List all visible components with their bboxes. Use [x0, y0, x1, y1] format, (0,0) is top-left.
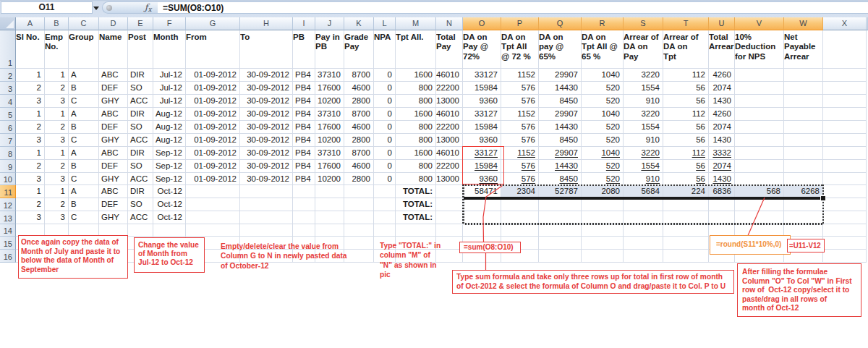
- row-header-8[interactable]: 8: [0, 147, 16, 160]
- cell-J8[interactable]: 37310: [315, 147, 344, 160]
- col-header-I[interactable]: I: [293, 17, 315, 30]
- cell-B10[interactable]: 3: [45, 173, 69, 185]
- cell-T3[interactable]: 56: [663, 82, 709, 95]
- cell-M4[interactable]: 800: [396, 95, 436, 108]
- cell-L6[interactable]: 0: [374, 121, 396, 134]
- cell-T5[interactable]: 112: [663, 108, 709, 121]
- cell-D7[interactable]: GHY: [99, 134, 128, 147]
- cell-R1[interactable]: DA on Tpt All @ 65 %: [582, 30, 624, 69]
- col-header-R[interactable]: R: [582, 17, 624, 30]
- cell-A12[interactable]: 2: [16, 198, 45, 211]
- cell-I3[interactable]: PB4: [293, 82, 315, 95]
- col-header-J[interactable]: J: [315, 17, 344, 30]
- cell-O14[interactable]: [463, 224, 501, 237]
- col-header-Q[interactable]: Q: [539, 17, 582, 30]
- cell-Q12[interactable]: [539, 198, 582, 211]
- cell-E9[interactable]: SO: [128, 160, 153, 173]
- cell-X11[interactable]: [823, 185, 867, 198]
- cell-G5[interactable]: 01-09-2012: [186, 108, 240, 121]
- cell-J3[interactable]: 17600: [315, 82, 344, 95]
- cell-L5[interactable]: 0: [374, 108, 396, 121]
- cell-F7[interactable]: Aug-12: [153, 134, 186, 147]
- cell-Q7[interactable]: 8450: [539, 134, 582, 147]
- cell-E5[interactable]: DIR: [128, 108, 153, 121]
- cell-E2[interactable]: DIR: [128, 69, 153, 82]
- cell-D9[interactable]: DEF: [99, 160, 128, 173]
- cell-T12[interactable]: [663, 198, 709, 211]
- cell-L14[interactable]: [374, 224, 396, 237]
- cell-E13[interactable]: ACC: [128, 211, 153, 224]
- row-header-16[interactable]: 16: [0, 250, 16, 263]
- cell-J2[interactable]: 37310: [315, 69, 344, 82]
- cell-V9[interactable]: [735, 160, 784, 173]
- cell-J1[interactable]: Pay in PB: [315, 30, 344, 69]
- cell-L10[interactable]: 0: [374, 173, 396, 185]
- cell-D1[interactable]: Name: [99, 30, 128, 69]
- cell-A13[interactable]: 3: [16, 211, 45, 224]
- cell-A3[interactable]: 2: [16, 82, 45, 95]
- cell-P12[interactable]: [501, 198, 539, 211]
- cell-L3[interactable]: 0: [374, 82, 396, 95]
- cell-B7[interactable]: 3: [45, 134, 69, 147]
- cell-C8[interactable]: A: [69, 147, 99, 160]
- cell-U10[interactable]: 1430: [709, 173, 735, 185]
- cell-E1[interactable]: Post: [128, 30, 153, 69]
- cell-U7[interactable]: 1430: [709, 134, 735, 147]
- cell-X12[interactable]: [823, 198, 867, 211]
- cell-Q8[interactable]: 29907: [539, 147, 582, 160]
- row-header-15[interactable]: 15: [0, 237, 16, 250]
- cell-T7[interactable]: 56: [663, 134, 709, 147]
- cell-U2[interactable]: 4260: [709, 69, 735, 82]
- cell-K13[interactable]: [344, 211, 374, 224]
- cell-F14[interactable]: [153, 224, 186, 237]
- cell-G1[interactable]: From: [186, 30, 240, 69]
- cell-J11[interactable]: [315, 185, 344, 198]
- cell-N11[interactable]: [436, 185, 463, 198]
- cell-M14[interactable]: [396, 224, 436, 237]
- row-header-14[interactable]: 14: [0, 224, 16, 237]
- cell-X5[interactable]: [823, 108, 867, 121]
- cell-W5[interactable]: [784, 108, 823, 121]
- cell-O6[interactable]: 15984: [463, 121, 501, 134]
- cell-S8[interactable]: 3220: [624, 147, 663, 160]
- cell-N14[interactable]: [436, 224, 463, 237]
- cell-V7[interactable]: [735, 134, 784, 147]
- row-header-12[interactable]: 12: [0, 198, 16, 211]
- cell-P6[interactable]: 576: [501, 121, 539, 134]
- cell-X10[interactable]: [823, 173, 867, 185]
- cell-A10[interactable]: 3: [16, 173, 45, 185]
- select-all-button[interactable]: [0, 17, 16, 30]
- cell-K8[interactable]: 8700: [344, 147, 374, 160]
- cell-M1[interactable]: Tpt All.: [396, 30, 436, 69]
- cell-S3[interactable]: 1554: [624, 82, 663, 95]
- cell-U8[interactable]: 3332: [709, 147, 735, 160]
- cell-E4[interactable]: ACC: [128, 95, 153, 108]
- cell-L2[interactable]: 0: [374, 69, 396, 82]
- cell-S4[interactable]: 910: [624, 95, 663, 108]
- cell-K12[interactable]: [344, 198, 374, 211]
- cell-T2[interactable]: 112: [663, 69, 709, 82]
- cell-H7[interactable]: 30-09-2012: [240, 134, 293, 147]
- cell-J13[interactable]: [315, 211, 344, 224]
- cell-A11[interactable]: 1: [16, 185, 45, 198]
- cell-T1[interactable]: Arrear of DA on Tpt: [663, 30, 709, 69]
- cell-T16[interactable]: [663, 250, 709, 263]
- cell-B11[interactable]: 1: [45, 185, 69, 198]
- cell-X9[interactable]: [823, 160, 867, 173]
- cell-N10[interactable]: 13000: [436, 173, 463, 185]
- cell-B4[interactable]: 3: [45, 95, 69, 108]
- cell-I11[interactable]: [293, 185, 315, 198]
- cell-J12[interactable]: [315, 198, 344, 211]
- cell-A8[interactable]: 1: [16, 147, 45, 160]
- cell-E14[interactable]: [128, 224, 153, 237]
- cell-D10[interactable]: GHY: [99, 173, 128, 185]
- cell-M10[interactable]: 800: [396, 173, 436, 185]
- cell-P1[interactable]: DA on Tpt All @ 72 %: [501, 30, 539, 69]
- col-header-L[interactable]: L: [374, 17, 396, 30]
- cell-G4[interactable]: 01-09-2012: [186, 95, 240, 108]
- cell-V3[interactable]: [735, 82, 784, 95]
- cell-H4[interactable]: 30-09-2012: [240, 95, 293, 108]
- cell-O5[interactable]: 33127: [463, 108, 501, 121]
- cell-B13[interactable]: 3: [45, 211, 69, 224]
- cell-K3[interactable]: 4600: [344, 82, 374, 95]
